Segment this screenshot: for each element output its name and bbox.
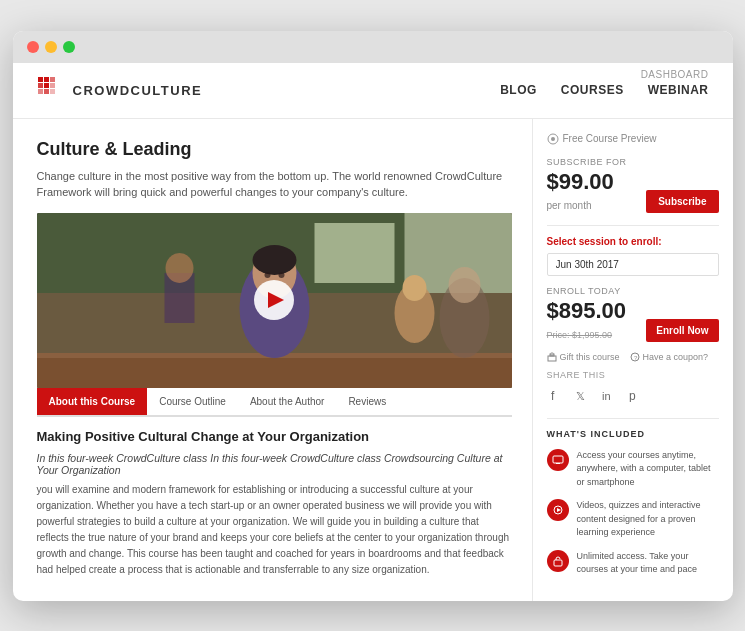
svg-rect-13 [37,353,512,388]
dashboard-link[interactable]: DASHBOARD [641,69,709,80]
twitter-icon[interactable]: 𝕏 [573,386,591,404]
enroll-price-group: $895.00 Price: $1,995.00 [547,298,627,342]
original-price: Price: $1,995.00 [547,330,613,340]
svg-rect-11 [314,223,394,283]
subscribe-label: SUBSCRIBE FOR [547,157,719,167]
preview-icon [547,133,559,145]
svg-rect-41 [554,560,562,566]
enroll-price-row: $895.00 Price: $1,995.00 Enroll Now [547,298,719,342]
svg-point-21 [252,245,296,275]
svg-point-18 [165,253,193,283]
device-icon [547,449,569,471]
content-intro: In this four-week CrowdCulture class In … [37,452,512,476]
nav-links: BLOG COURSES WEBINAR [500,83,708,97]
play-icon [268,292,284,308]
svg-rect-7 [44,89,49,94]
whats-included: WHAT'S INCLUDED Access your courses anyt… [547,418,719,577]
nav-courses[interactable]: COURSES [561,83,624,97]
svg-rect-28 [548,356,556,361]
free-preview-label: Free Course Preview [547,133,719,145]
right-panel: Free Course Preview SUBSCRIBE FOR $99.00… [533,119,733,601]
dot-yellow[interactable] [45,41,57,53]
included-item-1: Access your courses anytime, anywhere, w… [547,449,719,490]
dot-green[interactable] [63,41,75,53]
enroll-section: ENROLL TODAY $895.00 Price: $1,995.00 En… [547,286,719,342]
svg-rect-4 [44,83,49,88]
svg-rect-37 [553,456,563,463]
svg-rect-5 [50,83,55,88]
svg-rect-8 [50,89,55,94]
svg-rect-1 [44,77,49,82]
course-title: Culture & Leading [37,139,512,160]
svg-rect-3 [38,83,43,88]
svg-rect-0 [38,77,43,82]
share-section: SHARE THIS f 𝕏 in p [547,370,719,404]
included-item-3: Unlimited access. Take your courses at y… [547,550,719,577]
svg-text:f: f [551,389,555,402]
course-description: Change culture in the most positive way … [37,168,512,201]
coupon-link[interactable]: ? Have a coupon? [630,352,709,362]
svg-point-23 [278,272,284,278]
svg-text:𝕏: 𝕏 [576,390,585,402]
nav-bar: CROWDCULTURE DASHBOARD BLOG COURSES WEBI… [13,63,733,119]
play-button[interactable] [254,280,294,320]
svg-text:in: in [602,390,611,402]
subscribe-price: $99.00 [547,169,614,194]
enroll-price: $895.00 [547,298,627,323]
coupon-icon: ? [630,352,640,362]
dot-red[interactable] [27,41,39,53]
browser-chrome [13,31,733,63]
svg-point-27 [551,137,555,141]
unlock-icon [547,550,569,572]
video-player[interactable]: ▶ 0:14 🔊 ⚙ ⬆ ⛶ [37,213,512,388]
divider-1 [547,225,719,226]
left-panel: Culture & Leading Change culture in the … [13,119,533,601]
linkedin-icon[interactable]: in [599,386,617,404]
included-text-2: Videos, quizzes and interactive content … [577,499,719,540]
gift-link[interactable]: Gift this course [547,352,620,362]
subscribe-price-row: $99.00 per month Subscribe [547,169,719,213]
svg-point-22 [264,272,270,278]
video-icon [547,499,569,521]
pinterest-icon[interactable]: p [625,386,643,404]
gift-icon [547,352,557,362]
svg-text:p: p [629,389,636,402]
enroll-label: ENROLL TODAY [547,286,719,296]
gift-coupon-row: Gift this course ? Have a coupon? [547,352,719,362]
nav-blog[interactable]: BLOG [500,83,537,97]
subscribe-price-group: $99.00 per month [547,169,614,213]
enroll-button[interactable]: Enroll Now [646,319,718,342]
facebook-icon[interactable]: f [547,386,565,404]
social-icons: f 𝕏 in p [547,386,719,404]
logo-text: CROWDCULTURE [73,83,203,98]
session-select[interactable]: Jun 30th 2017 [547,253,719,276]
browser-window: CROWDCULTURE DASHBOARD BLOG COURSES WEBI… [13,31,733,601]
session-label: Select session to enroll: [547,236,719,247]
included-text-3: Unlimited access. Take your courses at y… [577,550,719,577]
nav-webinar[interactable]: WEBINAR [648,83,709,97]
logo-icon [37,76,65,104]
whats-included-title: WHAT'S INCLUDED [547,429,719,439]
share-label: SHARE THIS [547,370,719,380]
tab-outline[interactable]: Course Outline [147,388,238,415]
content-body: you will examine and modern framework fo… [37,482,512,578]
course-tabs: About this Course Course Outline About t… [37,388,512,417]
course-content-section: Making Positive Cultural Change at Your … [37,417,512,578]
subscribe-per: per month [547,200,592,211]
svg-point-16 [402,275,426,301]
svg-rect-6 [38,89,43,94]
tab-about[interactable]: About this Course [37,388,148,415]
main-content: Culture & Leading Change culture in the … [13,119,733,601]
logo[interactable]: CROWDCULTURE [37,76,203,104]
included-text-1: Access your courses anytime, anywhere, w… [577,449,719,490]
content-heading: Making Positive Cultural Change at Your … [37,429,512,444]
tab-author[interactable]: About the Author [238,388,337,415]
subscribe-section: SUBSCRIBE FOR $99.00 per month Subscribe [547,157,719,213]
svg-rect-38 [556,463,560,464]
svg-point-25 [448,267,480,303]
tab-reviews[interactable]: Reviews [336,388,398,415]
svg-marker-40 [557,508,561,512]
included-item-2: Videos, quizzes and interactive content … [547,499,719,540]
svg-rect-2 [50,77,55,82]
subscribe-button[interactable]: Subscribe [646,190,718,213]
